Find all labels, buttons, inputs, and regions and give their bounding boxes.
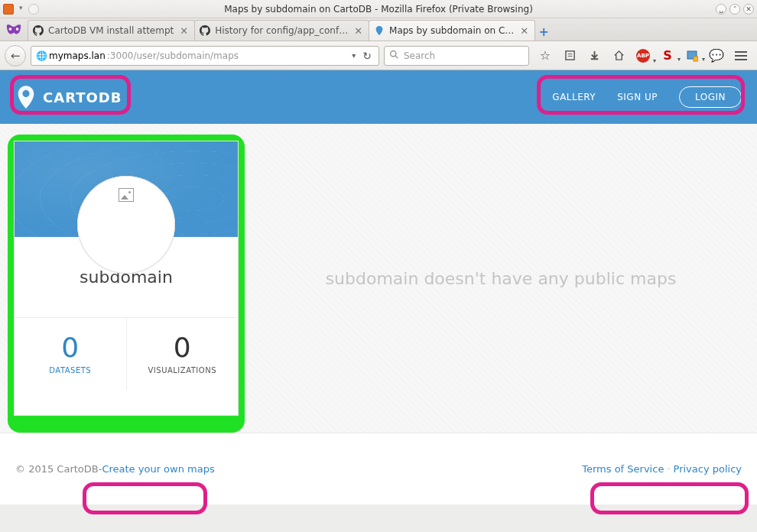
home-icon[interactable] [612,49,625,63]
tab-1[interactable]: CartoDB VM install attempt ✕ [28,20,195,41]
stat-visualizations[interactable]: 0 VISUALIZATIONS [127,318,239,390]
stat-datasets[interactable]: 0 DATASETS [15,318,127,390]
github-icon [200,25,210,36]
image-placeholder-icon [119,188,134,202]
footer: © 2015 CartoDB - Create your own maps Te… [0,433,757,504]
tab-1-close[interactable]: ✕ [178,25,190,37]
back-button[interactable]: ← [5,45,26,66]
window-titlebar: ▾ Maps by subdomain on CartoDB - Mozilla… [0,0,757,18]
avatar [77,176,175,274]
nav-signup[interactable]: SIGN UP [617,92,658,102]
profile-card-highlight: subdomain 0 DATASETS 0 VISUALIZATIONS [8,135,245,433]
close-button[interactable]: ✕ [743,4,754,15]
reader-icon[interactable] [563,49,577,63]
app-menu-caret[interactable]: ▾ [17,4,25,15]
url-host: mymaps.lan [49,50,106,61]
tab-1-label: CartoDB VM install attempt [48,25,174,36]
svg-rect-4 [565,51,573,60]
tab-2-label: History for config/app_conf… [215,25,348,36]
url-path: :3000/user/subdomain/maps [107,50,239,61]
cartodb-icon [374,25,385,36]
profile-card: subdomain 0 DATASETS 0 VISUALIZATIONS [14,141,239,416]
logo-text: CARTODB [43,89,122,105]
titlebar-left-icons: ▾ [0,4,39,15]
tab-2[interactable]: History for config/app_conf… ✕ [194,20,369,41]
github-icon [33,25,44,36]
viz-count: 0 [174,334,191,362]
tab-3-label: Maps by subdomain on C… [389,25,514,36]
nav-login[interactable]: LOGIN [679,86,742,108]
url-dropdown-caret[interactable]: ▾ [349,51,359,60]
maximize-button[interactable]: ˄ [729,4,740,15]
footer-copyright: © 2015 CartoDB [15,463,99,475]
footer-create-link[interactable]: Create your own maps [102,463,214,475]
svg-point-2 [391,50,396,56]
profile-stats: 0 DATASETS 0 VISUALIZATIONS [15,317,238,390]
tab-2-close[interactable]: ✕ [353,25,364,37]
profile-banner [15,141,238,237]
pin-icon[interactable] [28,4,39,15]
adblock-icon[interactable]: ABP▾ [636,49,650,63]
svg-line-3 [395,56,398,58]
s-icon[interactable]: S▾ [661,49,674,63]
datasets-count: 0 [61,334,79,362]
empty-state-message: subdomain doesn't have any public maps [245,124,757,433]
viz-label: VISUALIZATIONS [148,366,217,375]
minimize-button[interactable]: ␣ [716,4,726,15]
page-body: subdomain 0 DATASETS 0 VISUALIZATIONS su… [0,124,757,433]
page-header: CARTODB GALLERY SIGN UP LOGIN [0,70,757,124]
search-bar[interactable]: Search [384,46,529,66]
chat-icon[interactable]: 💬 [710,49,723,63]
cartodb-logo[interactable]: CARTODB [15,85,122,109]
window-buttons: ␣ ˄ ✕ [716,4,754,15]
search-placeholder: Search [404,50,435,61]
url-bar[interactable]: 🌐 mymaps.lan :3000/user/subdomain/maps ▾… [31,46,379,66]
reload-button[interactable]: ↻ [360,50,374,62]
new-tab-button[interactable]: + [534,22,553,41]
screenshot-icon[interactable]: ▾ [685,49,699,63]
datasets-label: DATASETS [49,366,91,375]
tab-3-active[interactable]: Maps by subdomain on C… ✕ [369,20,535,41]
tab-3-close[interactable]: ✕ [518,25,530,37]
private-browsing-icon [0,19,28,41]
footer-dot: · [664,463,673,475]
navigation-toolbar: ← 🌐 mymaps.lan :3000/user/subdomain/maps… [0,41,757,70]
tab-strip: CartoDB VM install attempt ✕ History for… [0,18,757,41]
toolbar-icons: ☆ ABP▾ S▾ ▾ 💬 [534,49,752,63]
app-icon [3,4,14,15]
svg-rect-8 [694,57,698,61]
footer-privacy-link[interactable]: Privacy policy [674,463,742,475]
footer-tos-link[interactable]: Terms of Service [582,463,664,475]
header-nav: GALLERY SIGN UP LOGIN [552,86,742,108]
globe-icon: 🌐 [36,50,47,61]
nav-gallery[interactable]: GALLERY [552,92,596,102]
menu-button[interactable] [734,49,748,63]
bookmark-star-icon[interactable]: ☆ [538,49,552,63]
download-icon[interactable] [587,49,601,63]
search-icon [389,50,399,62]
svg-point-1 [16,28,19,31]
window-title: Maps by subdomain on CartoDB - Mozilla F… [0,4,757,15]
svg-point-0 [9,28,12,31]
